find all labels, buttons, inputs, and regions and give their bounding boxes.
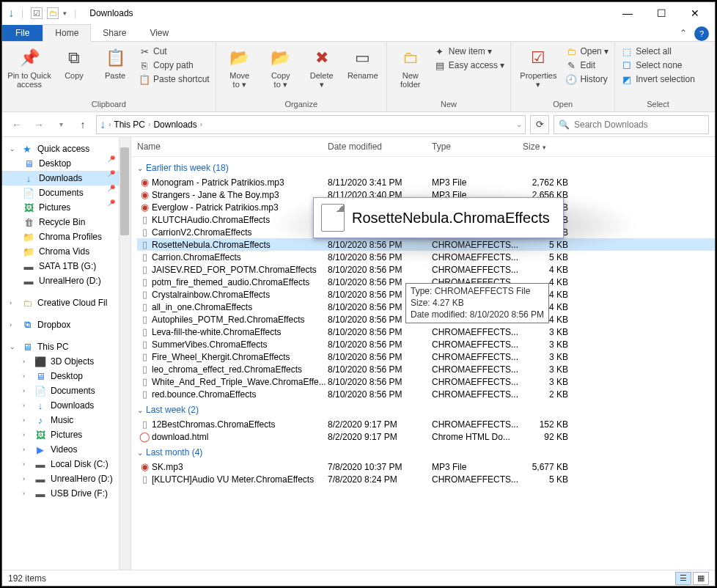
select-none-button[interactable]: ☐Select none: [619, 59, 696, 72]
chevron-down-icon[interactable]: ⌄: [137, 164, 143, 172]
sidebar-item[interactable]: ›🖥Desktop: [2, 369, 130, 383]
file-row[interactable]: ▯red.bounce.ChromaEffects8/10/2020 8:56 …: [137, 388, 715, 400]
group-header[interactable]: ⌄Last month (4): [137, 443, 715, 460]
copy-to-button[interactable]: 📂Copy to ▾: [262, 43, 300, 89]
sidebar-item[interactable]: ›⬛3D Objects: [2, 354, 130, 369]
file-row[interactable]: ◉Strangers - Jane & The Boy.mp38/11/2020…: [137, 188, 715, 201]
col-size[interactable]: Size ▾: [523, 142, 574, 152]
chevron-right-icon[interactable]: ›: [200, 120, 202, 128]
edit-button[interactable]: ✎Edit: [564, 59, 610, 72]
chevron-right-icon[interactable]: ›: [23, 446, 30, 453]
nav-scrollbar[interactable]: [119, 137, 130, 570]
up-button[interactable]: ↑: [74, 116, 92, 133]
chevron-down-icon[interactable]: ⌄: [137, 449, 143, 457]
sidebar-item[interactable]: ›↓Downloads: [2, 398, 130, 413]
sidebar-item[interactable]: ›📄Documents: [2, 383, 130, 398]
sidebar-item[interactable]: ›🖼Pictures: [2, 427, 130, 442]
col-type[interactable]: Type: [432, 142, 523, 152]
file-row[interactable]: ▯RosetteNebula.ChromaEffects8/10/2020 8:…: [137, 238, 715, 251]
sidebar-item[interactable]: ›▶Videos: [2, 442, 130, 457]
cut-button[interactable]: ✂Cut: [137, 45, 211, 58]
ribbon-collapse-icon[interactable]: ⌃: [672, 25, 694, 41]
search-box[interactable]: 🔍: [554, 115, 709, 134]
new-folder-button[interactable]: 🗀New folder: [391, 43, 430, 89]
breadcrumb[interactable]: ↓ › This PC › Downloads › ⌄: [96, 115, 526, 134]
select-all-button[interactable]: ⬚Select all: [619, 45, 696, 58]
sidebar-item[interactable]: ›▬UnrealHero (D:): [2, 471, 130, 486]
chevron-down-icon[interactable]: ⌄: [137, 406, 143, 414]
nav-creative-cloud[interactable]: ›🗀Creative Cloud Fil: [2, 295, 130, 310]
chevron-right-icon[interactable]: ›: [148, 120, 150, 128]
paste-button[interactable]: 📋Paste: [96, 43, 134, 80]
file-row[interactable]: ▯Crystalrainbow.ChromaEffects8/10/2020 8…: [137, 288, 715, 301]
chevron-down-icon[interactable]: ⌄: [10, 343, 17, 350]
file-row[interactable]: ▯leo_chroma_effect_red.ChromaEffects8/10…: [137, 363, 715, 375]
history-button[interactable]: 🕘History: [564, 73, 610, 86]
file-row[interactable]: ◉Monogram - Patrick Patrikios.mp38/11/20…: [137, 176, 715, 188]
sidebar-item[interactable]: 📁Chroma Profiles: [2, 229, 130, 244]
chevron-right-icon[interactable]: ›: [23, 490, 30, 497]
nav-this-pc[interactable]: ⌄🖥This PC: [2, 339, 130, 354]
chevron-right-icon[interactable]: ›: [23, 387, 30, 394]
help-button[interactable]: ?: [694, 26, 709, 41]
file-row[interactable]: ◉Everglow - Patrick Patrikios.mp38/11/20…: [137, 201, 715, 213]
breadcrumb-segment[interactable]: Downloads: [153, 120, 196, 130]
new-item-button[interactable]: ✦New item ▾: [433, 45, 507, 58]
chevron-right-icon[interactable]: ›: [23, 372, 30, 380]
sidebar-item[interactable]: 🖼Pictures📍: [2, 200, 130, 215]
delete-button[interactable]: ✖Delete ▾: [303, 43, 341, 89]
chevron-right-icon[interactable]: ›: [10, 299, 17, 306]
file-row[interactable]: ▯Leva-fill-the-white.ChromaEffects8/10/2…: [137, 326, 715, 338]
file-row[interactable]: ▯[KLUTCH]Audio VU Meter.ChromaEffects7/8…: [137, 473, 715, 485]
qat-properties-icon[interactable]: ☑: [31, 7, 43, 19]
tab-view[interactable]: View: [138, 25, 180, 41]
chevron-right-icon[interactable]: ›: [10, 321, 17, 328]
back-button[interactable]: ←: [8, 116, 26, 133]
chevron-right-icon[interactable]: ›: [109, 120, 111, 128]
sidebar-item[interactable]: ›▬Local Disk (C:): [2, 457, 130, 471]
file-row[interactable]: ▯JAISEV.RED_FOR_POTM.ChromaEffects8/10/2…: [137, 263, 715, 276]
file-row[interactable]: ▯KLUTCHAudio.ChromaEffects8/10/2020 9:02…: [137, 213, 715, 226]
tab-home[interactable]: Home: [43, 24, 91, 42]
tab-share[interactable]: Share: [91, 25, 138, 41]
easy-access-button[interactable]: ▤Easy access ▾: [433, 59, 507, 72]
chevron-right-icon[interactable]: ›: [23, 358, 30, 365]
refresh-button[interactable]: ⟳: [530, 115, 549, 134]
details-view-button[interactable]: ☰: [675, 572, 691, 585]
address-dropdown-icon[interactable]: ⌄: [516, 120, 522, 128]
file-row[interactable]: ◯download.html8/2/2020 9:17 PMChrome HTM…: [137, 430, 715, 443]
copy-button[interactable]: ⧉Copy: [55, 43, 93, 80]
chevron-right-icon[interactable]: ›: [23, 402, 30, 409]
file-row[interactable]: ▯White_And_Red_Triple_Wave.ChromaEffe...…: [137, 375, 715, 388]
pin-to-quick-access-button[interactable]: 📌Pin to Quick access: [7, 43, 52, 89]
minimize-button[interactable]: —: [611, 2, 644, 24]
move-to-button[interactable]: 📂Move to ▾: [221, 43, 259, 89]
recent-locations-button[interactable]: ▾: [52, 116, 70, 133]
qat-dropdown-icon[interactable]: ▾: [63, 10, 67, 17]
chevron-right-icon[interactable]: ›: [23, 460, 30, 468]
file-row[interactable]: ▯SummerVibes.ChromaEffects8/10/2020 8:56…: [137, 338, 715, 350]
file-row[interactable]: ▯Fire_Wheel_Khergit.ChromaEffects8/10/20…: [137, 350, 715, 363]
qat-newfolder-icon[interactable]: 🗀: [47, 7, 59, 19]
file-row[interactable]: ▯potm_fire_themed_audio.ChromaEffects8/1…: [137, 276, 715, 288]
sidebar-item[interactable]: ▬SATA 1TB (G:): [2, 259, 130, 273]
sidebar-item[interactable]: 📁Chroma Vids: [2, 244, 130, 259]
sidebar-item[interactable]: ›♪Music: [2, 413, 130, 427]
chevron-right-icon[interactable]: ›: [23, 416, 30, 424]
invert-selection-button[interactable]: ◩Invert selection: [619, 73, 696, 86]
paste-shortcut-button[interactable]: 📋Paste shortcut: [137, 73, 211, 86]
col-name[interactable]: Name: [137, 142, 328, 152]
search-input[interactable]: [574, 120, 704, 130]
forward-button[interactable]: →: [30, 116, 48, 133]
open-button[interactable]: 🗀Open ▾: [564, 45, 610, 58]
close-button[interactable]: ✕: [678, 2, 712, 24]
file-row[interactable]: ▯Autophiles_POTM_Red.ChromaEffects8/10/2…: [137, 313, 715, 326]
sidebar-item[interactable]: ▬UnrealHero (D:): [2, 273, 130, 288]
group-header[interactable]: ⌄Earlier this week (18): [137, 158, 715, 176]
breadcrumb-segment[interactable]: This PC: [114, 120, 145, 130]
tab-file[interactable]: File: [2, 25, 43, 41]
nav-dropbox[interactable]: ›⧉Dropbox: [2, 317, 130, 332]
sidebar-item[interactable]: ›▬USB Drive (F:): [2, 486, 130, 501]
file-row[interactable]: ▯12BestChromas.ChromaEffects8/2/2020 9:1…: [137, 418, 715, 430]
thumbnails-view-button[interactable]: ▦: [693, 572, 709, 585]
